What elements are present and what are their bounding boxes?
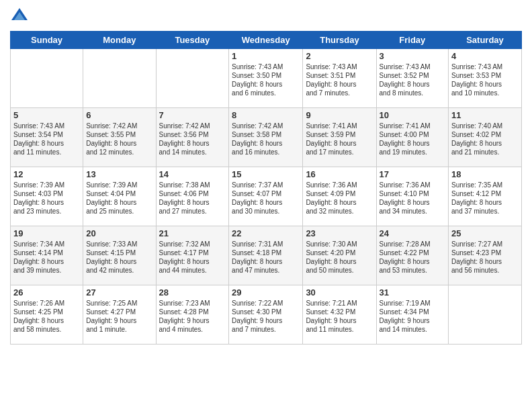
day-number: 9 (306, 110, 373, 120)
day-number: 27 (86, 287, 152, 298)
day-info: Sunrise: 7:41 AM Sunset: 3:59 PM Dayligh… (306, 122, 373, 156)
day-number: 7 (159, 110, 226, 120)
day-number: 15 (232, 169, 300, 179)
day-number: 28 (159, 287, 226, 298)
day-number: 25 (451, 228, 519, 238)
day-info: Sunrise: 7:26 AM Sunset: 4:25 PM Dayligh… (13, 299, 80, 334)
day-number: 31 (380, 287, 446, 298)
calendar-cell: 11Sunrise: 7:40 AM Sunset: 4:02 PM Dayli… (449, 108, 522, 167)
calendar-cell (156, 49, 229, 108)
day-info: Sunrise: 7:37 AM Sunset: 4:07 PM Dayligh… (232, 181, 300, 216)
day-info: Sunrise: 7:25 AM Sunset: 4:27 PM Dayligh… (86, 299, 152, 334)
day-info: Sunrise: 7:32 AM Sunset: 4:17 PM Dayligh… (159, 240, 226, 275)
day-info: Sunrise: 7:39 AM Sunset: 4:04 PM Dayligh… (86, 181, 152, 216)
day-number: 29 (232, 287, 300, 298)
calendar-table: SundayMondayTuesdayWednesdayThursdayFrid… (10, 31, 522, 345)
calendar-cell: 10Sunrise: 7:41 AM Sunset: 4:00 PM Dayli… (376, 108, 449, 167)
calendar-cell: 19Sunrise: 7:34 AM Sunset: 4:14 PM Dayli… (11, 226, 83, 285)
calendar-day-header: Monday (83, 32, 156, 49)
day-number: 21 (159, 228, 226, 238)
day-info: Sunrise: 7:36 AM Sunset: 4:09 PM Dayligh… (306, 181, 373, 216)
calendar-cell (449, 285, 522, 345)
day-number: 18 (451, 169, 519, 179)
day-info: Sunrise: 7:42 AM Sunset: 3:55 PM Dayligh… (86, 122, 152, 156)
calendar-day-header: Tuesday (156, 32, 229, 49)
day-number: 10 (380, 110, 446, 120)
calendar-week-row: 5Sunrise: 7:43 AM Sunset: 3:54 PM Daylig… (11, 108, 522, 167)
calendar-header-row: SundayMondayTuesdayWednesdayThursdayFrid… (11, 32, 522, 49)
calendar-cell: 22Sunrise: 7:31 AM Sunset: 4:18 PM Dayli… (229, 226, 303, 285)
calendar-cell: 30Sunrise: 7:21 AM Sunset: 4:32 PM Dayli… (303, 285, 376, 345)
day-info: Sunrise: 7:40 AM Sunset: 4:02 PM Dayligh… (451, 122, 519, 156)
day-info: Sunrise: 7:43 AM Sunset: 3:51 PM Dayligh… (306, 62, 373, 97)
day-number: 13 (86, 169, 152, 179)
calendar-cell: 8Sunrise: 7:42 AM Sunset: 3:58 PM Daylig… (229, 108, 303, 167)
calendar-cell: 17Sunrise: 7:36 AM Sunset: 4:10 PM Dayli… (376, 167, 449, 226)
calendar-cell: 28Sunrise: 7:23 AM Sunset: 4:28 PM Dayli… (156, 285, 229, 345)
day-number: 6 (86, 110, 152, 120)
day-number: 8 (232, 110, 300, 120)
calendar-cell: 9Sunrise: 7:41 AM Sunset: 3:59 PM Daylig… (303, 108, 376, 167)
day-info: Sunrise: 7:27 AM Sunset: 4:23 PM Dayligh… (451, 240, 519, 275)
day-number: 12 (13, 169, 80, 179)
calendar-week-row: 12Sunrise: 7:39 AM Sunset: 4:03 PM Dayli… (11, 167, 522, 226)
calendar-day-header: Saturday (449, 32, 522, 49)
day-number: 2 (306, 51, 373, 61)
day-info: Sunrise: 7:42 AM Sunset: 3:56 PM Dayligh… (159, 122, 226, 156)
calendar-cell (11, 49, 83, 108)
calendar-cell: 13Sunrise: 7:39 AM Sunset: 4:04 PM Dayli… (83, 167, 156, 226)
day-info: Sunrise: 7:21 AM Sunset: 4:32 PM Dayligh… (306, 299, 373, 334)
day-info: Sunrise: 7:31 AM Sunset: 4:18 PM Dayligh… (232, 240, 300, 275)
day-info: Sunrise: 7:42 AM Sunset: 3:58 PM Dayligh… (232, 122, 300, 156)
day-info: Sunrise: 7:28 AM Sunset: 4:22 PM Dayligh… (380, 240, 446, 275)
day-info: Sunrise: 7:43 AM Sunset: 3:52 PM Dayligh… (380, 62, 446, 97)
day-number: 20 (86, 228, 152, 238)
day-number: 16 (306, 169, 373, 179)
day-number: 11 (451, 110, 519, 120)
day-number: 22 (232, 228, 300, 238)
calendar-week-row: 1Sunrise: 7:43 AM Sunset: 3:50 PM Daylig… (11, 49, 522, 108)
day-number: 19 (13, 228, 80, 238)
day-info: Sunrise: 7:33 AM Sunset: 4:15 PM Dayligh… (86, 240, 152, 275)
calendar-cell: 3Sunrise: 7:43 AM Sunset: 3:52 PM Daylig… (376, 49, 449, 108)
day-info: Sunrise: 7:43 AM Sunset: 3:50 PM Dayligh… (232, 62, 300, 97)
calendar-week-row: 26Sunrise: 7:26 AM Sunset: 4:25 PM Dayli… (11, 285, 522, 345)
calendar-cell: 6Sunrise: 7:42 AM Sunset: 3:55 PM Daylig… (83, 108, 156, 167)
calendar-cell: 25Sunrise: 7:27 AM Sunset: 4:23 PM Dayli… (449, 226, 522, 285)
calendar-cell: 20Sunrise: 7:33 AM Sunset: 4:15 PM Dayli… (83, 226, 156, 285)
calendar-day-header: Sunday (11, 32, 83, 49)
day-number: 26 (13, 287, 80, 298)
calendar-cell: 1Sunrise: 7:43 AM Sunset: 3:50 PM Daylig… (229, 49, 303, 108)
calendar-cell: 21Sunrise: 7:32 AM Sunset: 4:17 PM Dayli… (156, 226, 229, 285)
day-number: 3 (380, 51, 446, 61)
calendar-cell: 27Sunrise: 7:25 AM Sunset: 4:27 PM Dayli… (83, 285, 156, 345)
calendar-cell: 31Sunrise: 7:19 AM Sunset: 4:34 PM Dayli… (376, 285, 449, 345)
day-info: Sunrise: 7:22 AM Sunset: 4:30 PM Dayligh… (232, 299, 300, 334)
day-info: Sunrise: 7:43 AM Sunset: 3:53 PM Dayligh… (451, 62, 519, 97)
day-number: 1 (232, 51, 300, 61)
calendar-cell: 7Sunrise: 7:42 AM Sunset: 3:56 PM Daylig… (156, 108, 229, 167)
logo-icon (10, 7, 29, 26)
calendar-cell: 14Sunrise: 7:38 AM Sunset: 4:06 PM Dayli… (156, 167, 229, 226)
header (10, 7, 522, 26)
calendar-cell (83, 49, 156, 108)
day-number: 30 (306, 287, 373, 298)
calendar-day-header: Friday (376, 32, 449, 49)
day-info: Sunrise: 7:39 AM Sunset: 4:03 PM Dayligh… (13, 181, 80, 216)
day-info: Sunrise: 7:36 AM Sunset: 4:10 PM Dayligh… (380, 181, 446, 216)
day-info: Sunrise: 7:41 AM Sunset: 4:00 PM Dayligh… (380, 122, 446, 156)
calendar-cell: 18Sunrise: 7:35 AM Sunset: 4:12 PM Dayli… (449, 167, 522, 226)
calendar-cell: 24Sunrise: 7:28 AM Sunset: 4:22 PM Dayli… (376, 226, 449, 285)
day-number: 23 (306, 228, 373, 238)
day-info: Sunrise: 7:43 AM Sunset: 3:54 PM Dayligh… (13, 122, 80, 156)
calendar-cell: 15Sunrise: 7:37 AM Sunset: 4:07 PM Dayli… (229, 167, 303, 226)
day-number: 14 (159, 169, 226, 179)
day-info: Sunrise: 7:23 AM Sunset: 4:28 PM Dayligh… (159, 299, 226, 334)
calendar-cell: 12Sunrise: 7:39 AM Sunset: 4:03 PM Dayli… (11, 167, 83, 226)
calendar-cell: 23Sunrise: 7:30 AM Sunset: 4:20 PM Dayli… (303, 226, 376, 285)
day-number: 4 (451, 51, 519, 61)
day-info: Sunrise: 7:38 AM Sunset: 4:06 PM Dayligh… (159, 181, 226, 216)
calendar-cell: 26Sunrise: 7:26 AM Sunset: 4:25 PM Dayli… (11, 285, 83, 345)
day-number: 24 (380, 228, 446, 238)
calendar-day-header: Wednesday (229, 32, 303, 49)
